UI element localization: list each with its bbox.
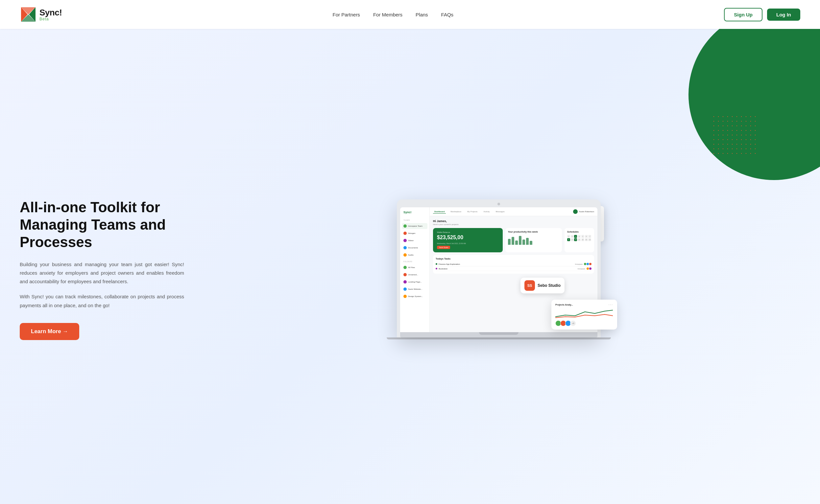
logo[interactable]: Sync! Beta	[20, 6, 62, 23]
hero-description-2: With Sync! you can track milestones, col…	[20, 292, 184, 310]
nav-buttons: Sign Up Log In	[724, 8, 800, 21]
task-avatar-3	[589, 263, 592, 265]
task-team-2: Innospace	[578, 268, 585, 270]
sidebar-text-allfiles: All Files	[408, 266, 415, 268]
task-dot-1	[436, 263, 437, 265]
tasks-card: Todays Tasks Finance App Exploration Inn…	[433, 255, 594, 274]
sidebar-text-attragen: Attragen	[408, 232, 416, 234]
sidebar-text-folder2: Unnamed...	[408, 274, 418, 276]
proj-more-count: +3	[570, 320, 576, 326]
dash-tab-marketplace[interactable]: Marketplace	[449, 210, 463, 214]
cal-9: 9	[571, 238, 574, 241]
sidebar-item-documents[interactable]: Documents	[402, 245, 428, 251]
dash-tab-messages[interactable]: Messages	[494, 210, 506, 214]
cal-3: 3	[574, 235, 577, 238]
cal-2: 2	[571, 235, 574, 238]
project-card-title: Projects Analy...	[555, 304, 573, 306]
nav-plans[interactable]: Plans	[416, 12, 428, 17]
dashboard-user: Austin Robertson	[573, 209, 594, 214]
tasks-card-title: Todays Tasks	[436, 258, 592, 260]
task-avatar-5	[589, 267, 592, 270]
logo-name: Sync!	[39, 8, 62, 17]
sebo-initials: SS	[525, 280, 535, 291]
tasks-row: Todays Tasks Finance App Exploration Inn…	[433, 255, 594, 274]
nav-links: For Partners For Members Plans FAQs	[333, 12, 454, 17]
dash-tab-activity[interactable]: Activity	[482, 210, 491, 214]
laptop-wrapper: Latest Activity Finance App ExplorationI…	[397, 199, 601, 339]
user-avatar	[573, 209, 578, 214]
bar-6	[526, 238, 529, 245]
login-button[interactable]: Log In	[767, 9, 800, 21]
hero-description-1: Building your business and managing your…	[20, 260, 184, 286]
bar-3	[515, 241, 518, 245]
task-avatar-1	[584, 263, 586, 265]
dash-tab-dashboard[interactable]: Dashboard	[433, 210, 446, 214]
username-label: Austin Robertson	[579, 211, 594, 213]
logo-beta: Beta	[39, 17, 62, 21]
bar-5	[523, 240, 525, 245]
hero-content-left: All-in-one Toolkit for Managing Teams an…	[20, 199, 184, 340]
bar-2	[512, 237, 514, 245]
task-avatar-2	[587, 263, 589, 265]
sidebar-item-allfiles[interactable]: All Files	[402, 264, 428, 270]
sidebar-item-innospace[interactable]: Innospace Team	[402, 223, 428, 229]
cal-14: 14	[588, 238, 591, 241]
task-avatar-4	[587, 267, 589, 270]
project-card-float: Projects Analy... ··· +3	[551, 300, 617, 330]
wallet-card: Wallet Balance $23,525,00 Wednesday, Mar…	[433, 228, 503, 252]
nav-for-partners[interactable]: For Partners	[333, 12, 360, 17]
sidebar-item-saulo[interactable]: Saulo Website...	[402, 286, 428, 292]
cal-7: 7	[588, 235, 591, 238]
cal-4: 4	[578, 235, 581, 238]
nav-for-members[interactable]: For Members	[373, 12, 402, 17]
sidebar-text-landing: Landing Page...	[408, 281, 422, 283]
navbar: Sync! Beta For Partners For Members Plan…	[0, 0, 820, 29]
dash-tab-projects[interactable]: My Projects	[466, 210, 479, 214]
learn-more-button[interactable]: Learn More →	[20, 323, 79, 340]
project-card-header: Projects Analy... ···	[555, 303, 613, 307]
bar-1	[508, 239, 511, 245]
wallet-button[interactable]: Saulo Studio	[437, 246, 450, 249]
dashboard-subtext: Here's your current's projects	[433, 223, 594, 225]
task-name-2: Illustration	[439, 268, 576, 270]
green-circle-decoration	[689, 29, 820, 180]
sebo-studio-badge: SS Sebo Studio	[521, 278, 565, 293]
sidebar-item-folder2[interactable]: Unnamed...	[402, 272, 428, 278]
sidebar-dot-videor	[403, 239, 407, 242]
task-team-1: Innospace	[575, 263, 583, 265]
schedule-card: Schedules 1 2 3 4 5 6 7	[565, 228, 594, 252]
sidebar-text-videor: Videor	[408, 240, 414, 241]
task-row-1: Finance App Exploration Innospace	[436, 262, 592, 266]
laptop-camera	[498, 203, 500, 205]
cal-12: 12	[581, 238, 584, 241]
nav-faqs[interactable]: FAQs	[441, 12, 454, 17]
sidebar-item-design[interactable]: Design System...	[402, 293, 428, 299]
sidebar-item-videor[interactable]: Videor	[402, 238, 428, 243]
laptop-base	[400, 332, 598, 337]
sidebar-item-attragen[interactable]: Attragen	[402, 230, 428, 236]
sidebar-item-landing[interactable]: Landing Page...	[402, 279, 428, 285]
wallet-footer: Wednesday, March 3rd 2022, 22:56 AM	[437, 242, 499, 244]
signup-button[interactable]: Sign Up	[724, 8, 762, 21]
wallet-label: Wallet Balance	[437, 231, 499, 233]
cal-11: 11	[578, 238, 581, 241]
sidebar-text-documents: Documents	[408, 247, 418, 249]
sidebar-dot-innospace	[403, 224, 407, 228]
project-card-options[interactable]: ···	[609, 303, 613, 307]
sidebar-text-innospace: Innospace Team	[408, 225, 423, 227]
cal-10: 10	[574, 238, 577, 241]
task-avatars-2	[587, 267, 592, 270]
sidebar-dot-design	[403, 295, 407, 298]
productivity-card: Your productivity this week	[505, 228, 562, 252]
sidebar-dot-documents	[403, 246, 407, 249]
dot-pattern-decoration	[712, 114, 758, 154]
task-avatars-1	[584, 263, 592, 265]
sebo-name: Sebo Studio	[538, 283, 561, 288]
sidebar-item-audits[interactable]: Audits	[402, 252, 428, 258]
cal-5: 5	[581, 235, 584, 238]
productivity-chart	[508, 235, 559, 245]
hero-section: All-in-one Toolkit for Managing Teams an…	[0, 29, 820, 503]
cal-1: 1	[567, 235, 570, 238]
schedule-title: Schedules	[567, 231, 592, 233]
project-avatars-row: +3	[555, 320, 613, 326]
